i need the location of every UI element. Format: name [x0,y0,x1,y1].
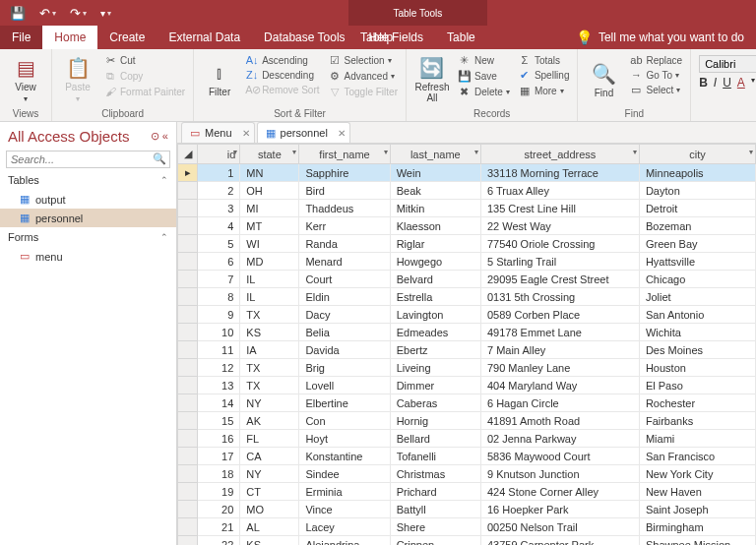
cell-first-name[interactable]: Davida [299,341,390,359]
tell-me[interactable]: 💡 Tell me what you want to do [564,26,756,49]
cell-street-address[interactable]: 02 Jenna Parkway [480,430,639,448]
cell-first-name[interactable]: Sapphire [299,164,390,182]
cell-street-address[interactable]: 404 Maryland Way [480,377,639,394]
cell-last-name[interactable]: Caberas [390,394,480,412]
table-row[interactable]: 22KSAlejandrinaCrippen43759 Carpenter Pa… [178,536,756,546]
cell-city[interactable]: New Haven [639,483,755,501]
find-button[interactable]: 🔍 Find [584,53,623,106]
table-row[interactable]: 9TXDacyLavington0589 Corben PlaceSan Ant… [178,306,756,324]
row-selector[interactable] [178,288,198,306]
nav-category-tables[interactable]: Tables ⌃ [0,170,176,190]
nav-category-forms[interactable]: Forms ⌃ [0,227,176,247]
totals-button[interactable]: ΣTotals [516,53,572,67]
spelling-button[interactable]: ✔Spelling [516,68,572,83]
cell-state[interactable]: MN [240,164,299,182]
row-selector[interactable] [178,359,198,377]
cell-last-name[interactable]: Belvard [390,271,480,288]
table-row[interactable]: 5WIRandaRiglar77540 Oriole CrossingGreen… [178,235,756,253]
cell-state[interactable]: IA [240,341,299,359]
cell-id[interactable]: 8 [198,288,240,306]
cell-state[interactable]: AK [240,412,299,430]
cell-street-address[interactable]: 00250 Nelson Trail [480,518,639,536]
chevron-down-icon[interactable]: ▾ [292,148,296,156]
cell-id[interactable]: 18 [198,465,240,483]
cell-first-name[interactable]: Eldin [299,288,390,306]
tab-file[interactable]: File [0,26,42,49]
cell-state[interactable]: TX [240,377,299,394]
italic-button[interactable]: I [714,76,717,90]
cell-state[interactable]: FL [240,430,299,448]
underline-button[interactable]: U [723,76,731,90]
col-city[interactable]: city▾ [639,145,755,164]
datasheet-grid[interactable]: ◢ id▾ state▾ first_name▾ last_name▾ stre… [177,144,756,545]
cell-id[interactable]: 2 [198,182,240,200]
cell-city[interactable]: Des Moines [639,341,755,359]
chevron-down-icon[interactable]: ▾ [384,148,388,156]
more-button[interactable]: ▦More▾ [516,84,572,98]
cell-first-name[interactable]: Court [299,271,390,288]
table-row[interactable]: 3MIThaddeusMitkin135 Crest Line HillDetr… [178,200,756,217]
cell-state[interactable]: MI [240,200,299,217]
cell-city[interactable]: Bozeman [639,217,755,235]
cell-street-address[interactable]: 5 Starling Trail [480,253,639,271]
chevron-down-icon[interactable]: ▾ [749,148,753,156]
cell-street-address[interactable]: 49178 Emmet Lane [480,324,639,341]
cell-last-name[interactable]: Wein [390,164,480,182]
cell-id[interactable]: 20 [198,501,240,518]
cell-street-address[interactable]: 6 Hagan Circle [480,394,639,412]
row-selector[interactable] [178,235,198,253]
cell-id[interactable]: 14 [198,394,240,412]
cell-state[interactable]: MT [240,217,299,235]
filter-button[interactable]: ⫾ Filter [200,53,239,106]
cell-first-name[interactable]: Lovell [299,377,390,394]
font-name-select[interactable]: Calibri [699,55,756,73]
cell-city[interactable]: Hyattsville [639,253,755,271]
cell-city[interactable]: Houston [639,359,755,377]
cell-street-address[interactable]: 424 Stone Corner Alley [480,483,639,501]
cell-state[interactable]: OH [240,182,299,200]
paste-button[interactable]: 📋 Paste ▾ [58,53,97,106]
cell-city[interactable]: Minneapolis [639,164,755,182]
cell-last-name[interactable]: Klaesson [390,217,480,235]
cell-first-name[interactable]: Bird [299,182,390,200]
cut-button[interactable]: ✂Cut [101,53,187,68]
tab-table[interactable]: Table [435,26,487,49]
tab-home[interactable]: Home [42,26,97,49]
cell-state[interactable]: TX [240,306,299,324]
col-id[interactable]: id▾ [198,145,240,164]
doc-tab-personnel[interactable]: ▦ personnel ✕ [257,122,350,143]
col-last-name[interactable]: last_name▾ [390,145,480,164]
table-row[interactable]: 7ILCourtBelvard29095 Eagle Crest StreetC… [178,271,756,288]
row-selector[interactable] [178,182,198,200]
descending-button[interactable]: Z↓Descending [243,68,321,82]
cell-street-address[interactable]: 7 Main Alley [480,341,639,359]
cell-city[interactable]: Dayton [639,182,755,200]
cell-first-name[interactable]: Sindee [299,465,390,483]
table-row[interactable]: 8ILEldinEstrella0131 5th CrossingJoliet [178,288,756,306]
nav-title[interactable]: All Access Objects [8,128,129,145]
cell-first-name[interactable]: Thaddeus [299,200,390,217]
select-all-corner[interactable]: ◢ [178,145,198,164]
cell-id[interactable]: 13 [198,377,240,394]
cell-city[interactable]: Shawnee Mission [639,536,755,546]
col-first-name[interactable]: first_name▾ [299,145,390,164]
save-icon[interactable]: 💾 [6,4,30,23]
cell-id[interactable]: 19 [198,483,240,501]
cell-city[interactable]: Birmingham [639,518,755,536]
cell-last-name[interactable]: Dimmer [390,377,480,394]
chevron-down-icon[interactable]: ▾ [633,148,637,156]
cell-first-name[interactable]: Kerr [299,217,390,235]
doc-tab-menu[interactable]: ▭ Menu ✕ [181,122,255,143]
cell-first-name[interactable]: Konstantine [299,448,390,465]
table-row[interactable]: 2OHBirdBeak6 Truax AlleyDayton [178,182,756,200]
row-selector[interactable] [178,200,198,217]
close-icon[interactable]: ✕ [242,128,250,139]
cell-last-name[interactable]: Shere [390,518,480,536]
cell-state[interactable]: KS [240,536,299,546]
search-icon[interactable]: 🔍 [153,152,166,165]
cell-first-name[interactable]: Menard [299,253,390,271]
table-row[interactable]: 20MOVinceBattyll16 Hoepker ParkSaint Jos… [178,501,756,518]
row-selector[interactable] [178,271,198,288]
cell-id[interactable]: 10 [198,324,240,341]
delete-button[interactable]: ✖Delete▾ [456,85,512,99]
